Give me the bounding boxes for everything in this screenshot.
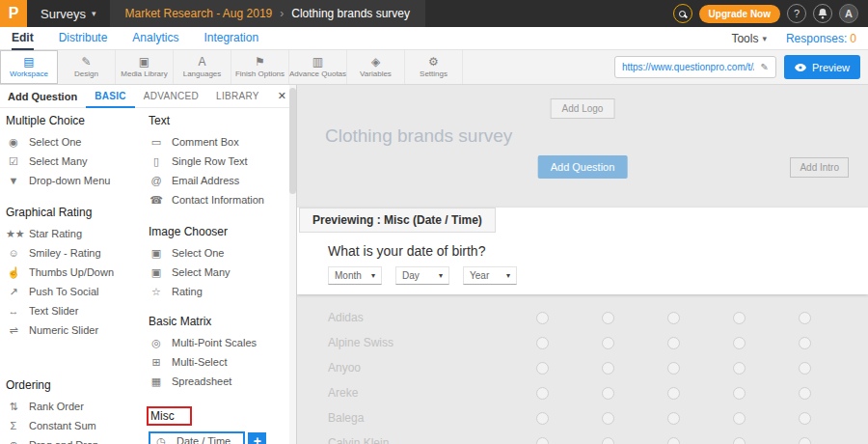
toolbar-finish-options[interactable]: ⚑Finish Options <box>231 50 289 84</box>
question-type-text-single-row-text[interactable]: ▯Single Row Text <box>149 155 248 168</box>
panel-scrollbar[interactable] <box>289 85 296 444</box>
toolbar-variables[interactable]: ◈Variables <box>347 50 405 84</box>
responses-count: 0 <box>850 32 856 45</box>
toolbar-settings[interactable]: ⚙Settings <box>405 50 463 84</box>
radio-button[interactable] <box>799 312 811 324</box>
question-type-graphical-rating-star-rating[interactable]: ★★Star Rating <box>6 228 82 240</box>
preview-button[interactable]: Preview <box>784 55 860 79</box>
radio-button[interactable] <box>667 412 680 425</box>
question-type-image-chooser-select-one[interactable]: ▣Select One <box>149 247 224 260</box>
tools-menu[interactable]: Tools ▾ <box>731 32 767 45</box>
add-intro-button[interactable]: Add Intro <box>790 157 849 178</box>
radio-button[interactable] <box>667 337 680 349</box>
radio-button[interactable] <box>602 437 614 444</box>
question-type-graphical-rating-numeric-slider[interactable]: ⇌Numeric Slider <box>6 324 98 337</box>
question-type-text-comment-box[interactable]: ▭Comment Box <box>149 136 239 149</box>
question-type-graphical-rating-push-to-social[interactable]: ↗Push To Social <box>6 286 99 298</box>
question-type-multiple-choice-select-many[interactable]: ☑Select Many <box>6 155 88 168</box>
radio-button[interactable] <box>602 412 614 425</box>
content: Add Question BASICADVANCEDLIBRARY ✕ Mult… <box>0 85 868 444</box>
question-type-basic-matrix-multi-select[interactable]: ⊞Multi-Select <box>149 356 227 369</box>
radio-button[interactable] <box>799 437 811 444</box>
radio-button[interactable] <box>733 312 746 324</box>
question-category-image-chooser: Image Chooser <box>149 225 296 238</box>
question-type-text-contact-information[interactable]: ☎Contact Information <box>149 194 264 207</box>
nav-tab-analytics[interactable]: Analytics <box>132 27 178 50</box>
responses-counter[interactable]: Responses:0 <box>786 32 856 45</box>
breadcrumb: Market Research - Aug 2019 › Clothing br… <box>110 0 425 27</box>
search-button[interactable] <box>673 4 692 23</box>
add-logo-button[interactable]: Add Logo <box>551 98 615 119</box>
radio-button[interactable] <box>733 362 746 375</box>
panel-tabs: BASICADVANCEDLIBRARY <box>86 85 268 108</box>
notifications-button[interactable] <box>813 4 832 23</box>
radio-button[interactable] <box>602 312 614 324</box>
year-dropdown[interactable]: Year▾ <box>463 266 517 285</box>
survey-url: https://www.questionpro.com/t/APNrfZ <box>622 62 755 72</box>
radio-button[interactable] <box>602 387 614 400</box>
edit-url-icon[interactable]: ✎ <box>760 62 768 72</box>
nav-tab-distribute[interactable]: Distribute <box>59 27 108 50</box>
radio-button[interactable] <box>667 387 680 400</box>
question-type-graphical-rating-thumbs-up-down[interactable]: ☝Thumbs Up/Down <box>6 266 114 279</box>
radio-button[interactable] <box>733 387 746 400</box>
question-type-ordering-rank-order[interactable]: ⇅Rank Order <box>6 401 84 413</box>
survey-title[interactable]: Clothing brands survey <box>325 125 512 147</box>
add-question-button[interactable]: Add Question <box>538 155 628 179</box>
question-type-graphical-rating-smiley-rating[interactable]: ☺Smiley - Rating <box>6 247 101 259</box>
panel-tab-library[interactable]: LIBRARY <box>207 85 268 108</box>
question-type-basic-matrix-spreadsheet[interactable]: ▦Spreadsheet <box>149 375 231 388</box>
breadcrumb-folder[interactable]: Market Research - Aug 2019 <box>125 7 273 20</box>
panel-tab-advanced[interactable]: ADVANCED <box>135 85 207 108</box>
radio-button[interactable] <box>667 437 680 444</box>
questionpro-logo[interactable]: P <box>0 0 27 27</box>
question-type-image-chooser-rating[interactable]: ☆Rating <box>149 286 203 298</box>
day-dropdown[interactable]: Day▾ <box>395 266 449 285</box>
avatar[interactable]: A <box>839 4 858 23</box>
radio-button[interactable] <box>799 387 811 400</box>
radio-button[interactable] <box>733 437 746 444</box>
toolbar-workspace[interactable]: ▤Workspace <box>0 50 58 84</box>
survey-url-field[interactable]: https://www.questionpro.com/t/APNrfZ ✎ <box>614 56 776 78</box>
radio-button[interactable] <box>536 387 549 400</box>
radio-button[interactable] <box>799 337 811 349</box>
surveys-menu[interactable]: Surveys ▾ <box>27 0 110 27</box>
nav-tab-edit[interactable]: Edit <box>12 27 34 50</box>
radio-button[interactable] <box>733 337 746 349</box>
question-type-text-email-address[interactable]: @Email Address <box>149 175 239 186</box>
question-type-image-chooser-select-many[interactable]: ▣Select Many <box>149 266 231 279</box>
toolbar-design[interactable]: ✎Design <box>58 50 116 84</box>
radio-button[interactable] <box>536 337 549 349</box>
radio-button[interactable] <box>602 362 614 375</box>
question-type-ordering-drag-and-drop[interactable]: ⊕Drag and Drop <box>6 439 98 444</box>
panel-tab-basic[interactable]: BASIC <box>86 85 135 108</box>
month-dropdown[interactable]: Month▾ <box>328 266 382 285</box>
radio-button[interactable] <box>667 312 680 324</box>
question-type-ordering-constant-sum[interactable]: ΣConstant Sum <box>6 420 96 431</box>
radio-button[interactable] <box>667 362 680 375</box>
radio-button[interactable] <box>602 337 614 349</box>
date-time-icon: ◷ <box>153 435 169 444</box>
question-type-basic-matrix-multi-point-scales[interactable]: ◎Multi-Point Scales <box>149 337 257 349</box>
radio-button[interactable] <box>733 412 746 425</box>
select-many-icon: ☑ <box>6 155 21 168</box>
question-type-misc-date-time[interactable]: ◷Date / Time <box>149 431 245 444</box>
toolbar-languages[interactable]: ALanguages <box>174 50 231 84</box>
question-type-multiple-choice-select-one[interactable]: ◉Select One <box>6 136 81 149</box>
upgrade-button[interactable]: Upgrade Now <box>699 5 780 23</box>
question-type-multiple-choice-drop-down-menu[interactable]: ▼Drop-down Menu <box>6 175 110 186</box>
toolbar-media-library[interactable]: ▣Media Library <box>116 50 174 84</box>
radio-button[interactable] <box>799 362 811 375</box>
question-type-graphical-rating-text-slider[interactable]: ↔Text Slider <box>6 305 78 317</box>
help-button[interactable]: ? <box>787 4 806 23</box>
add-date-time-button[interactable]: + <box>248 432 266 444</box>
toolbar-advance-quotas[interactable]: ▥Advance Quotas <box>289 50 347 84</box>
nav-tab-integration[interactable]: Integration <box>203 27 258 50</box>
toolbar-item-label: Media Library <box>121 69 167 78</box>
radio-button[interactable] <box>536 362 549 375</box>
radio-button[interactable] <box>799 412 811 425</box>
radio-button[interactable] <box>536 312 549 324</box>
scrollbar-thumb[interactable] <box>289 88 296 194</box>
radio-button[interactable] <box>536 412 549 425</box>
radio-button[interactable] <box>536 437 549 444</box>
